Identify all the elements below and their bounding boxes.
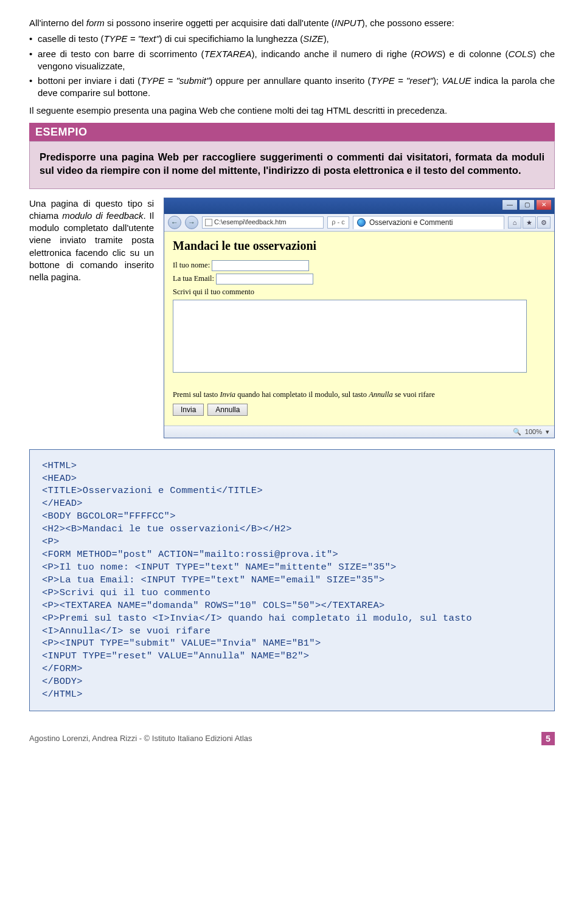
ie-icon — [357, 218, 366, 227]
label-name: Il tuo nome: — [173, 261, 210, 269]
status-bar: 🔍 100% ▾ — [164, 426, 554, 438]
zoom-icon: 🔍 — [513, 427, 521, 436]
address-bar[interactable]: C:\esempi\feedback.htm — [202, 216, 324, 229]
code-content: <HTML> <HEAD> <TITLE>Osservazioni e Comm… — [42, 460, 542, 702]
webpage-content: Mandaci le tue osservazioni Il tuo nome:… — [164, 232, 554, 426]
address-row: ← → C:\esempi\feedback.htm ρ - c Osserva… — [164, 214, 554, 232]
window-titlebar: — ▢ ✕ — [164, 198, 554, 214]
footer-credit: Agostino Lorenzi, Andrea Rizzi - © Istit… — [29, 733, 252, 744]
intro-after: Il seguente esempio presenta una pagina … — [29, 105, 555, 117]
list-item: bottoni per inviare i dati (TYPE = "subm… — [29, 75, 555, 100]
name-field[interactable] — [212, 260, 309, 271]
intro-bullets: caselle di testo (TYPE = "text") di cui … — [29, 33, 555, 99]
comment-textarea[interactable] — [173, 300, 527, 373]
reset-button[interactable]: Annulla — [207, 404, 248, 416]
favorites-icon[interactable]: ★ — [523, 216, 536, 229]
intro-lead: All'interno del form si possono inserire… — [29, 17, 555, 29]
list-item: aree di testo con barre di scorrimento (… — [29, 48, 555, 73]
forward-button[interactable]: → — [185, 216, 198, 229]
intro-section: All'interno del form si possono inserire… — [29, 17, 555, 117]
tab-title: Osservazioni e Commenti — [369, 218, 453, 227]
browser-window: — ▢ ✕ ← → C:\esempi\feedback.htm ρ - c — [164, 198, 555, 438]
esempio-heading: ESEMPIO — [29, 123, 555, 141]
close-button[interactable]: ✕ — [536, 199, 552, 210]
left-description: Una pagina di questo tipo si chiama modu… — [29, 198, 154, 284]
page-heading: Mandaci le tue osservazioni — [173, 238, 546, 254]
back-button[interactable]: ← — [168, 216, 181, 229]
address-text: C:\esempi\feedback.htm — [214, 218, 287, 227]
form-note: Premi sul tasto Invia quando hai complet… — [173, 390, 546, 400]
submit-button[interactable]: Invia — [173, 404, 204, 416]
browser-tab[interactable]: Osservazioni e Commenti — [353, 216, 504, 229]
zoom-level[interactable]: 100% — [525, 427, 542, 436]
page-number: 5 — [541, 732, 555, 745]
label-email: La tua Email: — [173, 274, 214, 283]
code-block: <HTML> <HEAD> <TITLE>Osservazioni e Comm… — [29, 449, 555, 712]
tools-icon[interactable]: ⚙ — [537, 216, 551, 229]
maximize-button[interactable]: ▢ — [519, 199, 535, 210]
zoom-dropdown-icon[interactable]: ▾ — [546, 427, 549, 436]
home-icon[interactable]: ⌂ — [508, 216, 521, 229]
esempio-text: Predisporre una pagina Web per raccoglie… — [40, 150, 544, 178]
esempio-box: Predisporre una pagina Web per raccoglie… — [29, 141, 555, 189]
list-item: caselle di testo (TYPE = "text") di cui … — [29, 33, 555, 45]
label-comment: Scrivi qui il tuo commento — [173, 287, 546, 297]
page-icon — [205, 219, 212, 226]
minimize-button[interactable]: — — [502, 199, 518, 210]
email-field[interactable] — [216, 274, 313, 284]
search-box[interactable]: ρ - c — [327, 216, 349, 229]
